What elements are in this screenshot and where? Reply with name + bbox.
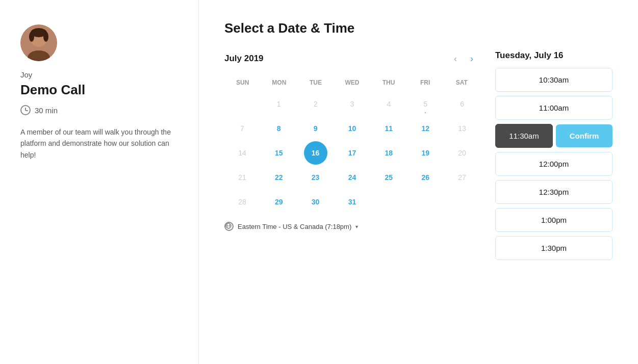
calendar-day [414,190,437,214]
avatar [20,24,57,61]
time-slot[interactable]: 11:00am [495,96,613,120]
timezone-row[interactable]: Eastern Time - US & Canada (7:18pm) ▾ [224,222,480,231]
duration-row: 30 min [20,105,178,115]
calendar-day[interactable]: 10 [340,117,364,140]
calendar-day[interactable]: 17 [340,141,364,165]
clock-icon [20,105,31,115]
calendar-day: 6 [450,92,474,116]
calendar-day[interactable]: 26 [414,166,437,189]
calendar-day: 1 [267,92,291,116]
time-slot-selected[interactable]: 11:30am [495,124,553,148]
calendar-day[interactable]: 11 [377,117,400,140]
calendar-day: 21 [231,166,254,189]
calendar-day: 7 [231,117,254,140]
svg-point-5 [43,32,48,42]
day-header: SAT [443,77,480,88]
month-label: July 2019 [224,54,447,64]
calendar-day[interactable]: 16 [304,141,327,165]
time-slot[interactable]: 12:30pm [495,180,613,204]
calendar-day[interactable]: 24 [340,166,364,189]
time-slot-selected-row: 11:30amConfirm [495,124,613,148]
description-text: A member of our team will walk you throu… [20,126,178,161]
calendar-day: 5 [414,92,437,116]
time-section: Tuesday, July 16 10:30am11:00am11:30amCo… [495,50,613,344]
timezone-chevron-icon: ▾ [355,224,358,229]
day-header: MON [261,77,298,88]
calendar-day[interactable]: 30 [304,190,327,214]
calendar-day[interactable]: 23 [304,166,327,189]
calendar-day [231,92,254,116]
host-name: Joy [20,70,178,79]
calendar-day[interactable]: 25 [377,166,400,189]
confirm-button[interactable]: Confirm [556,124,613,147]
calendar-day [450,190,474,214]
calendar-day: 4 [377,92,400,116]
calendar-header: July 2019 ‹ › [224,50,480,67]
calendar-day: 28 [231,190,254,214]
calendar-day[interactable]: 29 [267,190,291,214]
calendar-day: 20 [450,141,474,165]
day-header: SUN [224,77,261,88]
selected-date-label: Tuesday, July 16 [495,50,613,61]
calendar-time-row: July 2019 ‹ › SUNMONTUEWEDTHUFRISAT 1234… [224,50,613,344]
time-slot[interactable]: 10:30am [495,68,613,92]
calendar-day[interactable]: 9 [304,117,327,140]
time-slots-list: 10:30am11:00am11:30amConfirm12:00pm12:30… [495,68,613,344]
calendar-day: 14 [231,141,254,165]
calendar-day[interactable]: 12 [414,117,437,140]
day-headers: SUNMONTUEWEDTHUFRISAT [224,77,480,88]
day-header: TUE [297,77,334,88]
calendar-day[interactable]: 8 [267,117,291,140]
next-month-button[interactable]: › [464,50,480,67]
calendar-grid: SUNMONTUEWEDTHUFRISAT 123456789101112131… [224,77,480,214]
section-title: Select a Date & Time [224,20,613,36]
day-header: WED [334,77,371,88]
time-slot[interactable]: 12:00pm [495,152,613,176]
calendar-day[interactable]: 22 [267,166,291,189]
duration-text: 30 min [35,106,58,115]
right-panel: Select a Date & Time July 2019 ‹ › SUNMO… [199,0,638,364]
calendar-day: 3 [340,92,364,116]
calendar-day: 27 [450,166,474,189]
svg-point-4 [29,32,34,42]
day-header: FRI [407,77,444,88]
calendar-section: July 2019 ‹ › SUNMONTUEWEDTHUFRISAT 1234… [224,50,480,344]
calendar-day[interactable]: 19 [414,141,437,165]
day-header: THU [370,77,407,88]
timezone-text: Eastern Time - US & Canada (7:18pm) [238,223,351,230]
calendar-day [377,190,400,214]
time-slot-partial[interactable]: 1:30pm [495,236,613,260]
calendar-day[interactable]: 15 [267,141,291,165]
prev-month-button[interactable]: ‹ [447,50,464,67]
time-slot[interactable]: 1:00pm [495,208,613,232]
calendar-day: 2 [304,92,327,116]
event-title: Demo Call [20,82,178,98]
left-panel: Joy Demo Call 30 min A member of our tea… [0,0,199,364]
calendar-day[interactable]: 31 [340,190,364,214]
calendar-days: 1234567891011121314151617181920212223242… [224,92,480,214]
calendar-day[interactable]: 18 [377,141,400,165]
calendar-day: 13 [450,117,474,140]
globe-icon [224,222,234,231]
